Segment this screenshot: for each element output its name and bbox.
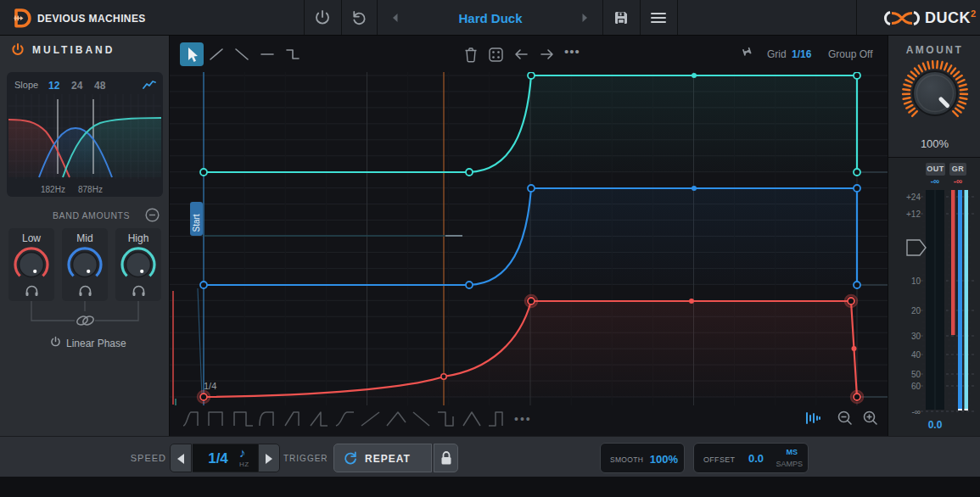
slope-option-48[interactable]: 48 — [94, 80, 105, 92]
gr-high-bar — [965, 190, 969, 410]
scale-10: 10 — [897, 276, 921, 286]
gr-low-bar — [951, 190, 955, 335]
offset-unit-ms[interactable]: MS — [787, 448, 798, 456]
scale-plus24: +24 — [897, 193, 921, 202]
preset-prev-button[interactable] — [389, 11, 402, 25]
start-marker[interactable]: Start — [190, 202, 203, 236]
crossover-freq-high[interactable]: 878Hz — [78, 185, 103, 194]
divider — [640, 0, 641, 35]
flat-line-tool[interactable] — [260, 47, 275, 61]
snap-magnet-icon[interactable] — [740, 46, 755, 61]
scale-20: 20 — [897, 306, 921, 316]
smooth-control[interactable]: SMOOTH 100% — [600, 443, 685, 473]
threshold-flag[interactable] — [907, 240, 926, 255]
shape-preset-end-pulse[interactable] — [487, 409, 509, 429]
divider — [677, 0, 678, 35]
curve-editor: ••• Grid 1/16 Group Off — [170, 36, 888, 436]
shape-preset-square[interactable] — [207, 409, 229, 429]
line-up-tool[interactable] — [209, 47, 224, 61]
crossover-freq-low[interactable]: 182Hz — [41, 185, 65, 194]
band-link-icon[interactable] — [75, 314, 96, 327]
group-mode[interactable]: Group Off — [828, 48, 872, 60]
slope-option-24[interactable]: 24 — [71, 80, 82, 92]
collapse-button[interactable] — [145, 208, 160, 222]
scale-plus12: +12 — [897, 209, 921, 219]
waveform-view-icon[interactable] — [804, 410, 821, 426]
duck2-logo-text: DUCK2 — [925, 8, 977, 27]
band-knob-low[interactable] — [12, 245, 51, 284]
shape-preset-notch[interactable] — [436, 409, 458, 429]
devious-machines-logo-icon — [10, 7, 33, 29]
footer-bar: SPEED 1/4 ♪ HZ TRIGGER REPEAT SMOOTH 100… — [0, 436, 980, 477]
zoom-out-icon[interactable] — [837, 410, 854, 427]
offset-value[interactable]: 0.0 — [748, 452, 764, 465]
slope-option-12[interactable]: 12 — [48, 80, 59, 92]
offset-control[interactable]: OFFSET 0.0 MS SAMPS — [693, 443, 809, 473]
multiband-title: MULTIBAND — [32, 44, 115, 56]
solo-headphones-icon-low[interactable] — [25, 284, 39, 297]
speed-display[interactable]: 1/4 ♪ HZ — [193, 444, 258, 472]
multiband-sidebar: MULTIBAND Slope 12 24 48 — [0, 36, 170, 436]
select-tool-button[interactable] — [180, 42, 204, 66]
preset-name[interactable]: Hard Duck — [424, 11, 557, 25]
shape-preset-square-tail[interactable] — [232, 409, 255, 429]
preset-next-button[interactable] — [578, 11, 591, 25]
scale-60: 60 — [897, 382, 921, 391]
scale-40: 40 — [897, 350, 921, 360]
shape-preset-attack-pulse[interactable] — [182, 409, 204, 429]
shape-preset-scurve[interactable] — [334, 409, 356, 429]
scale-minus-inf: -∞ — [897, 407, 921, 416]
speed-label: SPEED — [127, 453, 166, 463]
duck2-logo-icon — [882, 9, 921, 27]
multiband-power-button[interactable] — [10, 42, 25, 58]
save-button[interactable] — [613, 9, 630, 26]
linear-phase-power-icon[interactable] — [49, 336, 62, 349]
analyzer-icon[interactable] — [143, 79, 157, 91]
note-icon[interactable]: ♪ — [239, 445, 246, 460]
linear-phase-label[interactable]: Linear Phase — [66, 338, 126, 349]
step-tool[interactable] — [285, 47, 300, 61]
shape-preset-saw[interactable] — [309, 409, 331, 429]
speed-increment-button[interactable] — [258, 444, 280, 472]
shape-preset-round-pulse[interactable] — [258, 409, 280, 429]
band-knob-high[interactable] — [119, 245, 158, 284]
bottom-strip — [0, 477, 980, 497]
more-shapes-icon[interactable]: ••• — [514, 412, 532, 426]
menu-button[interactable] — [649, 11, 668, 25]
speed-decrement-button[interactable] — [170, 444, 192, 472]
divider — [856, 0, 857, 35]
trigger-value: REPEAT — [365, 453, 411, 465]
line-down-tool[interactable] — [234, 47, 249, 61]
band-knob-mid[interactable] — [65, 245, 104, 284]
band-panel-high: High — [115, 228, 161, 301]
shape-preset-triangle[interactable] — [462, 409, 484, 429]
randomize-dice-icon[interactable] — [488, 47, 504, 63]
speed-value[interactable]: 1/4 — [201, 450, 235, 467]
band-label-high: High — [115, 232, 161, 244]
power-button[interactable] — [312, 8, 333, 28]
shift-left-icon[interactable] — [513, 47, 529, 61]
shape-preset-ramp-down[interactable] — [411, 409, 433, 429]
crossover-graph[interactable] — [8, 94, 161, 179]
band-panel-low: Low — [8, 228, 54, 301]
smooth-value[interactable]: 100% — [650, 453, 678, 466]
speed-unit-hz[interactable]: HZ — [239, 461, 249, 468]
zoom-in-icon[interactable] — [862, 410, 879, 427]
shape-preset-triangle-skew[interactable] — [385, 409, 407, 429]
grid-value[interactable]: 1/16 — [792, 48, 811, 60]
repeat-icon — [343, 450, 358, 466]
shape-preset-ramp-hold[interactable] — [283, 409, 305, 429]
more-tools-icon[interactable]: ••• — [564, 44, 580, 59]
offset-unit-samps[interactable]: SAMPS — [776, 460, 803, 468]
shift-right-icon[interactable] — [539, 47, 555, 61]
undo-button[interactable] — [349, 8, 369, 28]
shape-preset-ramp-up[interactable] — [360, 409, 382, 429]
trigger-lock-button[interactable] — [434, 444, 458, 472]
envelope-canvas[interactable] — [170, 72, 888, 405]
delete-icon[interactable] — [463, 46, 479, 63]
solo-headphones-icon-mid[interactable] — [78, 284, 92, 297]
trigger-mode-dropdown[interactable]: REPEAT — [333, 444, 432, 472]
solo-headphones-icon-high[interactable] — [132, 284, 146, 297]
offset-label: OFFSET — [703, 455, 735, 464]
scale-30: 30 — [897, 332, 921, 341]
